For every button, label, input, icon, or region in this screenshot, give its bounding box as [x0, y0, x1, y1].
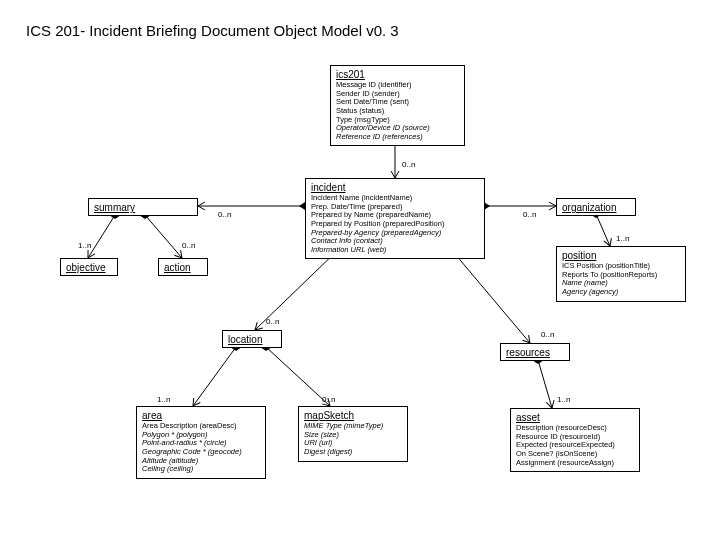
class-name: action [164, 262, 202, 273]
svg-line-11 [538, 360, 552, 408]
class-position: position ICS Position (positionTitle) Re… [556, 246, 686, 302]
class-asset: asset Description (resourceDesc) Resourc… [510, 408, 640, 472]
class-name: organization [562, 202, 630, 213]
class-attrs: Area Description (areaDesc) Polygon * (p… [142, 422, 260, 474]
class-name: ics201 [336, 69, 459, 80]
class-name: incident [311, 182, 479, 193]
class-organization: organization [556, 198, 636, 216]
class-action: action [158, 258, 208, 276]
mult-area-location: 1..n [157, 395, 170, 404]
class-incident: incident Incident Name (incidentName) Pr… [305, 178, 485, 259]
class-attrs: ICS Position (positionTitle) Reports To … [562, 262, 680, 297]
class-resources: resources [500, 343, 570, 361]
class-ics201: ics201 Message ID (identifier) Sender ID… [330, 65, 465, 146]
class-objective: objective [60, 258, 118, 276]
mult-mapSketch-location: 0..n [322, 395, 335, 404]
svg-line-7 [145, 215, 182, 258]
class-attrs: MIME Type (mimeType) Size (size) URI (ur… [304, 422, 402, 457]
svg-line-8 [596, 214, 610, 246]
svg-line-9 [193, 347, 236, 406]
mult-resources-incident: 0..n [541, 330, 554, 339]
class-name: objective [66, 262, 112, 273]
class-area: area Area Description (areaDesc) Polygon… [136, 406, 266, 479]
mult-asset-resources: 1..n [557, 395, 570, 404]
mult-objective-summary: 1..n [78, 241, 91, 250]
class-name: position [562, 250, 680, 261]
class-attrs: Description (resourceDesc) Resource ID (… [516, 424, 634, 467]
mult-action-summary: 0..n [182, 241, 195, 250]
svg-line-5 [450, 248, 530, 343]
class-name: asset [516, 412, 634, 423]
mult-position-organization: 1..n [616, 234, 629, 243]
class-name: summary [94, 202, 192, 213]
class-name: mapSketch [304, 410, 402, 421]
class-location: location [222, 330, 282, 348]
mult-organization-incident: 0..n [523, 210, 536, 219]
class-name: area [142, 410, 260, 421]
class-mapSketch: mapSketch MIME Type (mimeType) Size (siz… [298, 406, 408, 462]
mult-incident-ics201: 0..n [402, 160, 415, 169]
svg-line-6 [88, 215, 115, 258]
class-summary: summary [88, 198, 198, 216]
svg-line-10 [266, 347, 330, 406]
mult-location-incident: 0..n [266, 317, 279, 326]
class-name: resources [506, 347, 564, 358]
class-name: location [228, 334, 276, 345]
class-attrs: Incident Name (incidentName) Prep. Date/… [311, 194, 479, 254]
class-attrs: Message ID (identifier) Sender ID (sende… [336, 81, 459, 141]
mult-summary-incident: 0..n [218, 210, 231, 219]
